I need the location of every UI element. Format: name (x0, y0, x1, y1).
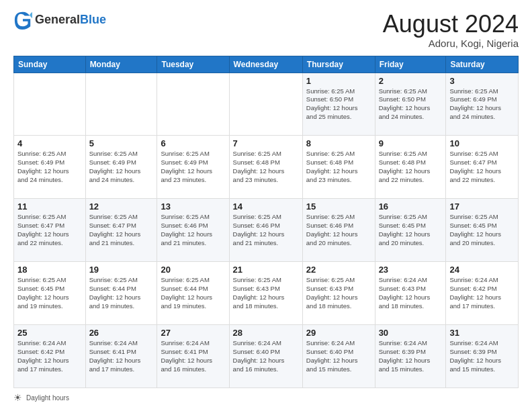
calendar-cell: 8Sunrise: 6:25 AM Sunset: 6:48 PM Daylig… (302, 136, 375, 199)
calendar-cell: 9Sunrise: 6:25 AM Sunset: 6:48 PM Daylig… (375, 136, 446, 199)
calendar-cell: 10Sunrise: 6:25 AM Sunset: 6:47 PM Dayli… (446, 136, 519, 199)
calendar-body: 1Sunrise: 6:25 AM Sunset: 6:50 PM Daylig… (14, 73, 519, 387)
calendar-cell: 22Sunrise: 6:25 AM Sunset: 6:43 PM Dayli… (302, 262, 375, 325)
day-header-tuesday: Tuesday (157, 56, 229, 73)
day-number: 21 (233, 265, 299, 275)
footer-note: ☀ Daylight hours (13, 392, 519, 403)
calendar-cell (14, 73, 86, 136)
day-info: Sunrise: 6:25 AM Sunset: 6:48 PM Dayligh… (233, 150, 299, 184)
day-number: 30 (379, 328, 443, 338)
day-info: Sunrise: 6:24 AM Sunset: 6:39 PM Dayligh… (379, 339, 443, 373)
day-info: Sunrise: 6:24 AM Sunset: 6:43 PM Dayligh… (379, 276, 443, 310)
calendar-week-4: 18Sunrise: 6:25 AM Sunset: 6:45 PM Dayli… (14, 262, 519, 325)
day-info: Sunrise: 6:25 AM Sunset: 6:45 PM Dayligh… (17, 276, 82, 310)
day-info: Sunrise: 6:25 AM Sunset: 6:49 PM Dayligh… (17, 150, 82, 184)
calendar-cell: 19Sunrise: 6:25 AM Sunset: 6:44 PM Dayli… (85, 262, 157, 325)
calendar-cell: 25Sunrise: 6:24 AM Sunset: 6:42 PM Dayli… (14, 325, 86, 388)
calendar-cell (157, 73, 229, 136)
logo-text: GeneralBlue (35, 13, 106, 27)
calendar-cell: 26Sunrise: 6:24 AM Sunset: 6:41 PM Dayli… (85, 325, 157, 388)
day-number: 5 (89, 138, 154, 148)
day-info: Sunrise: 6:25 AM Sunset: 6:44 PM Dayligh… (161, 276, 225, 310)
calendar-cell: 4Sunrise: 6:25 AM Sunset: 6:49 PM Daylig… (14, 136, 86, 199)
day-info: Sunrise: 6:24 AM Sunset: 6:41 PM Dayligh… (89, 339, 154, 373)
day-info: Sunrise: 6:25 AM Sunset: 6:43 PM Dayligh… (306, 276, 371, 310)
calendar-cell: 17Sunrise: 6:25 AM Sunset: 6:45 PM Dayli… (446, 199, 519, 262)
calendar-cell: 11Sunrise: 6:25 AM Sunset: 6:47 PM Dayli… (14, 199, 86, 262)
day-info: Sunrise: 6:25 AM Sunset: 6:46 PM Dayligh… (161, 213, 225, 247)
day-number: 27 (161, 328, 225, 338)
day-info: Sunrise: 6:25 AM Sunset: 6:49 PM Dayligh… (161, 150, 225, 184)
header: GeneralBlue August 2024 Adoru, Kogi, Nig… (13, 11, 519, 49)
calendar-cell: 29Sunrise: 6:24 AM Sunset: 6:40 PM Dayli… (302, 325, 375, 388)
day-number: 18 (17, 265, 82, 275)
calendar-cell: 18Sunrise: 6:25 AM Sunset: 6:45 PM Dayli… (14, 262, 86, 325)
header-row: SundayMondayTuesdayWednesdayThursdayFrid… (14, 56, 519, 73)
day-info: Sunrise: 6:25 AM Sunset: 6:46 PM Dayligh… (306, 213, 371, 247)
calendar-header: SundayMondayTuesdayWednesdayThursdayFrid… (14, 56, 519, 73)
calendar-table: SundayMondayTuesdayWednesdayThursdayFrid… (13, 56, 519, 388)
day-number: 3 (449, 76, 515, 86)
day-info: Sunrise: 6:25 AM Sunset: 6:47 PM Dayligh… (449, 150, 515, 184)
sun-icon: ☀ (13, 392, 22, 403)
day-number: 9 (379, 138, 443, 148)
day-info: Sunrise: 6:24 AM Sunset: 6:39 PM Dayligh… (449, 339, 515, 373)
day-number: 13 (161, 201, 225, 212)
calendar-week-3: 11Sunrise: 6:25 AM Sunset: 6:47 PM Dayli… (14, 199, 519, 262)
day-number: 14 (233, 201, 299, 212)
day-header-monday: Monday (85, 56, 157, 73)
calendar-cell: 24Sunrise: 6:24 AM Sunset: 6:42 PM Dayli… (446, 262, 519, 325)
calendar-cell: 23Sunrise: 6:24 AM Sunset: 6:43 PM Dayli… (375, 262, 446, 325)
day-info: Sunrise: 6:25 AM Sunset: 6:43 PM Dayligh… (233, 276, 299, 310)
logo-general: General (35, 13, 80, 26)
calendar-cell: 31Sunrise: 6:24 AM Sunset: 6:39 PM Dayli… (446, 325, 519, 388)
day-info: Sunrise: 6:25 AM Sunset: 6:44 PM Dayligh… (89, 276, 154, 310)
day-number: 4 (17, 138, 82, 148)
day-header-friday: Friday (375, 56, 446, 73)
calendar-cell: 28Sunrise: 6:24 AM Sunset: 6:40 PM Dayli… (229, 325, 302, 388)
calendar-cell: 20Sunrise: 6:25 AM Sunset: 6:44 PM Dayli… (157, 262, 229, 325)
day-info: Sunrise: 6:24 AM Sunset: 6:40 PM Dayligh… (233, 339, 299, 373)
day-info: Sunrise: 6:24 AM Sunset: 6:40 PM Dayligh… (306, 339, 371, 373)
calendar-cell: 21Sunrise: 6:25 AM Sunset: 6:43 PM Dayli… (229, 262, 302, 325)
calendar-cell: 30Sunrise: 6:24 AM Sunset: 6:39 PM Dayli… (375, 325, 446, 388)
calendar-cell: 6Sunrise: 6:25 AM Sunset: 6:49 PM Daylig… (157, 136, 229, 199)
day-header-saturday: Saturday (446, 56, 519, 73)
day-info: Sunrise: 6:24 AM Sunset: 6:42 PM Dayligh… (449, 276, 515, 310)
day-info: Sunrise: 6:25 AM Sunset: 6:49 PM Dayligh… (449, 87, 515, 122)
day-number: 6 (161, 138, 225, 148)
day-number: 1 (306, 76, 371, 86)
day-number: 2 (379, 76, 443, 86)
calendar-cell: 15Sunrise: 6:25 AM Sunset: 6:46 PM Dayli… (302, 199, 375, 262)
day-info: Sunrise: 6:25 AM Sunset: 6:47 PM Dayligh… (17, 213, 82, 247)
page: GeneralBlue August 2024 Adoru, Kogi, Nig… (0, 0, 532, 411)
calendar-cell: 16Sunrise: 6:25 AM Sunset: 6:45 PM Dayli… (375, 199, 446, 262)
day-number: 12 (89, 201, 154, 212)
calendar-cell: 14Sunrise: 6:25 AM Sunset: 6:46 PM Dayli… (229, 199, 302, 262)
day-number: 24 (449, 265, 515, 275)
day-info: Sunrise: 6:25 AM Sunset: 6:48 PM Dayligh… (306, 150, 371, 184)
logo: GeneralBlue (13, 11, 106, 30)
day-number: 26 (89, 328, 154, 338)
day-number: 20 (161, 265, 225, 275)
day-number: 7 (233, 138, 299, 148)
month-title: August 2024 (383, 11, 519, 38)
day-number: 23 (379, 265, 443, 275)
calendar-cell: 12Sunrise: 6:25 AM Sunset: 6:47 PM Dayli… (85, 199, 157, 262)
calendar-week-2: 4Sunrise: 6:25 AM Sunset: 6:49 PM Daylig… (14, 136, 519, 199)
title-area: August 2024 Adoru, Kogi, Nigeria (383, 11, 519, 49)
day-header-wednesday: Wednesday (229, 56, 302, 73)
day-number: 19 (89, 265, 154, 275)
day-header-thursday: Thursday (302, 56, 375, 73)
day-number: 31 (449, 328, 515, 338)
calendar-cell (229, 73, 302, 136)
day-info: Sunrise: 6:25 AM Sunset: 6:45 PM Dayligh… (449, 213, 515, 247)
day-info: Sunrise: 6:25 AM Sunset: 6:48 PM Dayligh… (379, 150, 443, 184)
day-info: Sunrise: 6:24 AM Sunset: 6:41 PM Dayligh… (161, 339, 225, 373)
location: Adoru, Kogi, Nigeria (383, 38, 519, 49)
logo-blue: Blue (80, 13, 106, 26)
calendar-cell: 1Sunrise: 6:25 AM Sunset: 6:50 PM Daylig… (302, 73, 375, 136)
calendar-cell (85, 73, 157, 136)
day-number: 17 (449, 201, 515, 212)
calendar-cell: 27Sunrise: 6:24 AM Sunset: 6:41 PM Dayli… (157, 325, 229, 388)
